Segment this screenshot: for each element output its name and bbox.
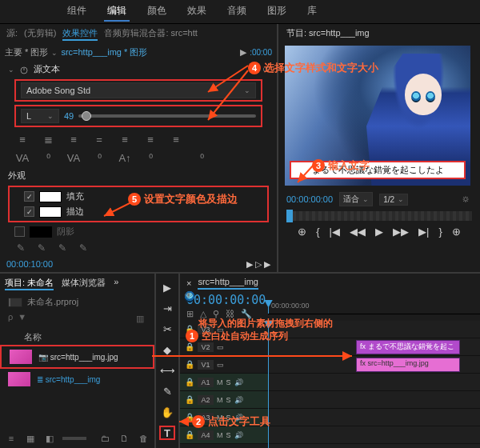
workspace-tab[interactable]: 效果 (184, 2, 210, 22)
transport-button[interactable]: |◀ (330, 226, 340, 238)
font-weight-dropdown[interactable]: L⌄ (21, 109, 59, 123)
source-text-row[interactable]: ⌄ 源文本 ↺ (0, 61, 277, 78)
workspace-tab[interactable]: 图形 (264, 2, 290, 22)
video-track-header[interactable]: 🔒V1👁▭ (180, 356, 268, 374)
stroke-checkbox[interactable]: ✓ (24, 206, 34, 217)
transport-button[interactable]: } (438, 226, 442, 238)
slip-tool[interactable]: ⟷ (159, 363, 175, 378)
align-icon[interactable]: ≡ (66, 134, 82, 146)
font-size-value[interactable]: 49 (64, 111, 74, 121)
project-tab[interactable]: 项目: 未命名 (5, 277, 54, 290)
track-select-tool[interactable]: ⇥ (159, 301, 175, 315)
linked-select-icon[interactable]: △ (200, 309, 206, 319)
type-tool[interactable]: T (159, 426, 175, 440)
video-clip[interactable]: fx src=http___img.jpg (356, 358, 460, 372)
align-icon[interactable]: ≡ (142, 134, 158, 146)
program-scrubber[interactable] (286, 211, 472, 221)
kerning-icon[interactable]: VA (66, 152, 82, 164)
subtitle-text-box[interactable]: まるで不思議な錯覚を起こしたよ (290, 161, 466, 179)
stroke-color-swatch[interactable] (39, 206, 62, 218)
hand-tool[interactable]: ✋ (159, 405, 175, 419)
in-point-timecode[interactable]: 00:00:10:00 (6, 259, 53, 270)
timeline-playhead[interactable] (268, 300, 269, 314)
align-icon[interactable]: ≡ (14, 134, 30, 146)
kerning-icon[interactable]: ⁰ (194, 152, 210, 164)
kerning-icon[interactable]: A↑ (117, 152, 133, 164)
video-track-header[interactable]: 🔒V3👁▭ (180, 321, 268, 338)
transport-button[interactable]: ▶| (418, 226, 429, 238)
timeline-playhead[interactable] (268, 321, 269, 448)
source-tab[interactable]: (无剪辑) (24, 27, 56, 41)
align-icon[interactable]: ≡ (117, 134, 133, 146)
align-icon[interactable]: = (91, 134, 107, 146)
transport-button[interactable]: ⊕ (298, 226, 306, 238)
audio-track-header[interactable]: 🔒A2MS🔊 (180, 391, 268, 409)
filter-icon[interactable]: ▥ (134, 312, 146, 325)
transport-button[interactable]: ◀◀ (350, 226, 366, 238)
freeform-view-icon[interactable]: ◧ (43, 432, 56, 445)
kerning-icon[interactable]: VA (14, 152, 30, 164)
audio-track-header[interactable]: 🔒A1MS🔊 (180, 374, 268, 391)
kerning-icon[interactable]: ⁰ (142, 152, 158, 164)
ripple-edit-tool[interactable]: ✂ (159, 322, 175, 336)
workspace-tab[interactable]: 库 (304, 2, 320, 22)
program-monitor-viewport[interactable]: まるで不思議な錯覚を起こしたよ (285, 46, 470, 186)
list-view-icon[interactable]: ≡ (5, 432, 18, 445)
media-browser-tab[interactable]: 媒体浏览器 (62, 277, 106, 290)
source-tab[interactable]: 效果控件 (62, 27, 98, 41)
audio-track-header[interactable]: 🔒A3MS🔊 (180, 409, 268, 426)
kerning-icon[interactable] (168, 152, 184, 164)
resolution-dropdown[interactable]: 1/2⌄ (379, 194, 408, 206)
settings-icon[interactable]: ⛭ (459, 193, 472, 206)
zoom-fit-dropdown[interactable]: 适合⌄ (339, 192, 373, 206)
track-body[interactable]: fx まるで不思議な錯覚を起こ fx src=http___img.jpg (268, 321, 480, 448)
font-family-dropdown[interactable]: Adobe Song Std⌄ (21, 82, 256, 98)
kerning-icon[interactable]: ⁰ (40, 152, 56, 164)
program-timecode[interactable]: 00:00:00:00 (286, 194, 333, 204)
razor-tool[interactable]: ◆ (159, 342, 175, 357)
settings-icon[interactable]: ⛓ (226, 309, 234, 319)
workspace-tab[interactable]: 组件 (64, 2, 90, 22)
wrench-icon[interactable]: 🔧 (241, 309, 252, 319)
eyedropper-icon[interactable]: ✎ (77, 242, 90, 254)
new-item-icon[interactable]: 🗋 (118, 432, 130, 445)
sequence-tab[interactable]: src=http___img (198, 277, 258, 290)
transport-button[interactable]: ⊕ (452, 226, 461, 238)
fill-checkbox[interactable]: ✓ (24, 191, 34, 202)
font-size-slider[interactable] (78, 114, 256, 118)
graphic-clip[interactable]: fx まるで不思議な錯覚を起こ (356, 340, 460, 354)
align-icon[interactable]: ≡ (168, 134, 184, 146)
eyedropper-icon[interactable]: ✎ (56, 242, 69, 254)
workspace-tab[interactable]: 编辑 (104, 2, 130, 22)
eyedropper-icon[interactable]: ✎ (35, 242, 48, 254)
media-item-image[interactable]: 📷 src=http___img.jpg (0, 345, 154, 369)
workspace-tab[interactable]: 音频 (224, 2, 250, 22)
playhead-icon[interactable] (286, 210, 293, 222)
icon-view-icon[interactable]: ▦ (24, 432, 37, 445)
source-tab[interactable]: 音频剪辑混合器: src=htt (104, 27, 197, 41)
trash-icon[interactable]: 🗑 (137, 432, 150, 445)
transport-button[interactable]: ▶▶ (393, 226, 409, 238)
reset-icon[interactable]: ↺ (262, 66, 269, 74)
snap-icon[interactable]: ⊞ (186, 309, 194, 319)
workspace-tab[interactable]: 颜色 (144, 2, 170, 22)
shadow-checkbox[interactable] (14, 226, 25, 237)
stopwatch-icon[interactable] (19, 65, 29, 74)
video-track-header[interactable]: 🔒V2👁▭ (180, 338, 268, 356)
selection-tool[interactable]: ▶ (159, 280, 175, 294)
pen-tool[interactable]: ✎ (159, 384, 175, 398)
new-bin-icon[interactable]: 🗀 (98, 432, 111, 445)
marker-icon[interactable]: ⚲ (213, 309, 219, 319)
chevron-down-icon[interactable]: ⌄ (51, 49, 58, 57)
shadow-color-swatch[interactable] (30, 226, 52, 238)
audio-track-header[interactable]: 🔒A4MS🔊 (180, 426, 268, 444)
media-item-sequence[interactable]: ≣ src=http___img (0, 369, 154, 390)
transport-button[interactable]: { (316, 226, 319, 238)
transport-button[interactable]: ▶ (375, 226, 383, 238)
time-ruler[interactable]: 00:00:00:00 (268, 300, 480, 314)
fill-color-swatch[interactable] (39, 191, 62, 202)
column-name[interactable]: 名称 (0, 326, 154, 345)
kerning-icon[interactable]: ⁰ (91, 152, 107, 164)
align-icon[interactable]: ≣ (40, 134, 56, 146)
eyedropper-icon[interactable]: ✎ (14, 242, 27, 254)
